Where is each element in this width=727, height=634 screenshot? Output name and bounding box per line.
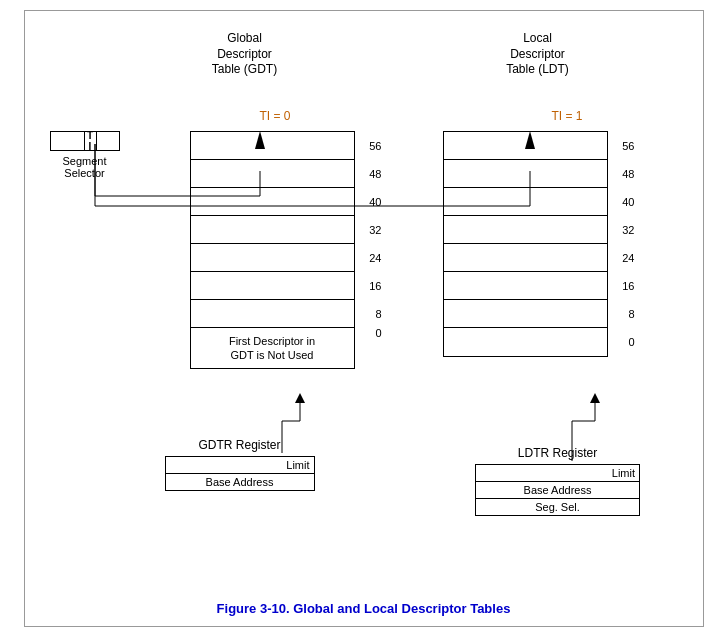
ldtr-base-row: Base Address [476, 482, 639, 499]
ldtr-limit-row: Limit [476, 465, 639, 482]
ldt-row-label-8: 8 [628, 308, 634, 320]
ti-bit: TI [85, 132, 97, 150]
gdtr-register-box: Limit Base Address [165, 456, 315, 491]
ldt-table-row: 40 [444, 188, 607, 216]
ldtr-register-box: Limit Base Address Seg. Sel. [475, 464, 640, 516]
first-descriptor-row: First Descriptor inGDT is Not Used 0 [191, 328, 354, 368]
row-label-24: 24 [369, 252, 381, 264]
ldt-table-row: 8 [444, 300, 607, 328]
ldt-row-label-32: 32 [622, 224, 634, 236]
ldt-row-label-40: 40 [622, 196, 634, 208]
segment-selector: TI SegmentSelector [50, 131, 120, 179]
gdt-table: 56 48 40 32 24 [190, 131, 355, 369]
ldt-table-row: 0 [444, 328, 607, 356]
ldtr-title: LDTR Register [463, 446, 653, 460]
table-row: 32 [191, 216, 354, 244]
ldtr-seg-sel-row: Seg. Sel. [476, 499, 639, 515]
row-label-0: 0 [375, 326, 381, 340]
ldt-table: 56 48 40 32 24 [443, 131, 608, 357]
gdtr-limit-row: Limit [166, 457, 314, 474]
selector-right-part [97, 132, 119, 150]
row-label-16: 16 [369, 280, 381, 292]
ldt-row-label-0: 0 [628, 336, 634, 348]
table-row: 48 [191, 160, 354, 188]
ldt-row-label-24: 24 [622, 252, 634, 264]
diagram-area: GlobalDescriptorTable (GDT) LocalDescrip… [40, 31, 688, 591]
table-row: 16 [191, 272, 354, 300]
row-label-32: 32 [369, 224, 381, 236]
page-container: GlobalDescriptorTable (GDT) LocalDescrip… [0, 0, 727, 634]
segment-selector-label: SegmentSelector [50, 155, 120, 179]
row-label-40: 40 [369, 196, 381, 208]
ldt-table-row: 48 [444, 160, 607, 188]
gdtr-register-area: GDTR Register Limit Base Address [155, 438, 325, 491]
gdt-label: GlobalDescriptorTable (GDT) [195, 31, 295, 78]
selector-left-part [51, 132, 85, 150]
gdtr-base-row: Base Address [166, 474, 314, 490]
gdtr-title: GDTR Register [155, 438, 325, 452]
ldtr-register-area: LDTR Register Limit Base Address Seg. Se… [463, 446, 653, 516]
selector-box: TI [50, 131, 120, 151]
row-label-48: 48 [369, 168, 381, 180]
ldt-row-label-16: 16 [622, 280, 634, 292]
figure-box: GlobalDescriptorTable (GDT) LocalDescrip… [24, 10, 704, 627]
ldt-label: LocalDescriptorTable (LDT) [488, 31, 588, 78]
svg-marker-15 [590, 393, 600, 403]
row-label-56: 56 [369, 140, 381, 152]
ldt-table-row: 32 [444, 216, 607, 244]
table-row: 8 [191, 300, 354, 328]
row-label-8: 8 [375, 308, 381, 320]
ldt-row-label-56: 56 [622, 140, 634, 152]
ldt-row-label-48: 48 [622, 168, 634, 180]
table-row: 40 [191, 188, 354, 216]
ldt-table-row: 56 [444, 132, 607, 160]
ldt-table-row: 16 [444, 272, 607, 300]
table-row: 24 [191, 244, 354, 272]
ti-ldt-label: TI = 1 [551, 109, 582, 123]
ldt-table-row: 24 [444, 244, 607, 272]
table-row: 56 [191, 132, 354, 160]
figure-caption: Figure 3-10. Global and Local Descriptor… [40, 601, 688, 616]
svg-marker-11 [295, 393, 305, 403]
ti-gdt-label: TI = 0 [260, 109, 291, 123]
